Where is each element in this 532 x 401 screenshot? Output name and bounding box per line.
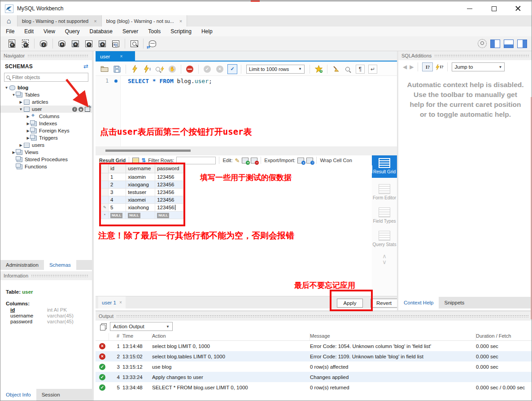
grid-row[interactable]: ✎ 5 xiaohong 123456 bbox=[101, 203, 183, 211]
tab-snippets[interactable]: Snippets bbox=[439, 297, 470, 308]
search-table-data-icon[interactable] bbox=[127, 38, 141, 49]
limit-rows-dropdown[interactable]: Limit to 1000 rows ▼ bbox=[246, 65, 305, 74]
tree-item-articles[interactable]: ▶articles bbox=[0, 98, 92, 106]
tab-context-help[interactable]: Context Help bbox=[398, 297, 439, 308]
menu-server[interactable]: Server bbox=[122, 28, 138, 35]
tree-item-triggers[interactable]: ▶Triggers bbox=[0, 134, 92, 141]
schema-filter-input[interactable] bbox=[12, 75, 86, 80]
tree-item-foreign-keys[interactable]: ▶Foreign Keys bbox=[0, 127, 92, 134]
tree-item-blog[interactable]: ▼blog bbox=[0, 84, 92, 91]
notifications-icon[interactable] bbox=[478, 39, 487, 48]
connection-tab-blog[interactable]: blog - Warning - not supported × bbox=[17, 15, 102, 26]
commit-icon[interactable]: ✓ bbox=[202, 64, 213, 75]
tree-item-user[interactable]: ▼user i ⚹ bbox=[0, 106, 92, 113]
tab-schemas[interactable]: Schemas bbox=[44, 260, 76, 270]
create-view-icon[interactable] bbox=[82, 38, 96, 49]
schema-filter[interactable] bbox=[4, 73, 88, 82]
connection-tab-blog-blog[interactable]: blog (blog) - Warning - not su... × bbox=[102, 15, 188, 26]
export-recordset-icon[interactable]: ▪ bbox=[297, 158, 304, 163]
output-row[interactable]: ✓ 5 13:34:48 SELECT * FROM blog.user LIM… bbox=[96, 382, 532, 392]
jump-to-dropdown[interactable]: Jump to ▼ bbox=[452, 62, 505, 71]
inspector-icon[interactable] bbox=[37, 38, 50, 49]
create-table-icon[interactable] bbox=[69, 38, 82, 49]
beautify-icon[interactable] bbox=[331, 64, 341, 75]
grid-row[interactable]: 4 xiaomei 123456 bbox=[101, 196, 183, 203]
close-tab-icon[interactable]: × bbox=[119, 300, 122, 305]
show-invisibles-icon[interactable]: ¶ bbox=[356, 65, 365, 74]
menu-edit[interactable]: Edit bbox=[24, 28, 34, 35]
output-type-dropdown[interactable]: Action Output ▼ bbox=[110, 322, 173, 331]
edit-pencil-icon[interactable]: ✎ bbox=[235, 157, 240, 164]
execute-icon[interactable] bbox=[129, 64, 140, 75]
copy-output-icon[interactable] bbox=[100, 323, 106, 330]
panel-form-editor[interactable]: Form Editor bbox=[372, 182, 397, 200]
info-icon[interactable]: i bbox=[72, 107, 77, 112]
output-row[interactable]: ✓ 4 13:33:24 Apply changes to user Chang… bbox=[96, 372, 532, 382]
tree-item-stored-procedures[interactable]: Stored Procedures bbox=[0, 156, 92, 163]
create-procedure-icon[interactable] bbox=[96, 38, 109, 49]
menu-file[interactable]: File bbox=[6, 28, 14, 35]
explain-icon[interactable] bbox=[154, 64, 165, 75]
tree-item-views[interactable]: ▶Views bbox=[0, 149, 92, 156]
output-row[interactable]: ✓ 3 13:15:12 use blog 0 row(s) affected … bbox=[96, 361, 532, 372]
grid-row[interactable]: 3 testuser 123456 bbox=[101, 188, 183, 196]
close-tab-icon[interactable]: × bbox=[120, 54, 122, 59]
menu-tools[interactable]: Tools bbox=[148, 28, 161, 35]
forward-icon[interactable]: ▶ bbox=[410, 64, 414, 70]
close-tab-icon[interactable]: × bbox=[94, 18, 96, 24]
toggle-automatic-help-icon[interactable]: I? bbox=[436, 62, 443, 72]
panel-result-grid[interactable]: Result Grid bbox=[372, 155, 397, 178]
refresh-schemas-icon[interactable]: ⇄ bbox=[83, 63, 88, 70]
toggle-stop-on-error-icon[interactable] bbox=[184, 64, 195, 75]
save-icon[interactable] bbox=[112, 64, 122, 75]
rollback-icon[interactable]: × bbox=[214, 64, 225, 75]
tree-item-functions[interactable]: Functions bbox=[0, 163, 92, 170]
tab-session[interactable]: Session bbox=[36, 389, 65, 401]
delete-row-icon[interactable]: − bbox=[251, 158, 257, 163]
tree-item-columns[interactable]: ▶Columns bbox=[0, 113, 92, 120]
toggle-wrap-icon[interactable]: ↵ bbox=[368, 65, 377, 74]
result-tab-user1[interactable]: user 1 × bbox=[98, 296, 126, 308]
save-snippet-icon[interactable]: + bbox=[313, 64, 324, 75]
create-schema-icon[interactable] bbox=[55, 38, 69, 49]
stop-icon[interactable]: ✋ bbox=[167, 64, 178, 75]
toggle-autocommit-icon[interactable]: ✓ bbox=[227, 64, 238, 75]
tab-object-info[interactable]: Object Info bbox=[0, 389, 36, 401]
execute-current-statement-icon[interactable]: I bbox=[142, 64, 153, 75]
menu-query[interactable]: Query bbox=[65, 28, 80, 35]
reconnect-dbms-icon[interactable]: ⇄ bbox=[146, 38, 159, 49]
toggle-left-panel-icon[interactable] bbox=[490, 40, 500, 48]
maximize-button[interactable] bbox=[488, 4, 500, 13]
output-row[interactable]: × 2 13:15:02 select blog.tables LIMIT 0,… bbox=[96, 351, 532, 361]
grid-row[interactable]: 1 xiaomin 123456 bbox=[101, 173, 183, 181]
close-button[interactable] bbox=[512, 4, 524, 13]
grid-new-row[interactable]: * NULL NULL NULL bbox=[101, 211, 183, 219]
menu-database[interactable]: Database bbox=[90, 28, 113, 35]
table-data-icon[interactable] bbox=[85, 107, 90, 112]
find-icon[interactable] bbox=[343, 64, 354, 75]
col-header-id[interactable]: id bbox=[109, 164, 126, 173]
panel-field-types[interactable]: Field Types bbox=[372, 206, 397, 224]
toggle-bottom-panel-icon[interactable] bbox=[504, 40, 514, 48]
toggle-right-panel-icon[interactable] bbox=[517, 40, 527, 48]
tree-item-tables[interactable]: ▼Tables bbox=[0, 91, 92, 98]
col-header-username[interactable]: username bbox=[126, 164, 155, 173]
create-function-icon[interactable] bbox=[109, 38, 122, 49]
import-records-icon[interactable]: ↑ bbox=[306, 158, 313, 163]
close-tab-icon[interactable]: × bbox=[179, 18, 182, 24]
panel-query-stats[interactable]: Query Stats bbox=[372, 229, 397, 247]
scrollbar-thumb[interactable] bbox=[105, 150, 191, 152]
revert-button[interactable]: Revert bbox=[371, 299, 397, 308]
grid-row[interactable]: 2 xiaogang 123456 bbox=[101, 181, 183, 188]
menu-view[interactable]: View bbox=[44, 28, 55, 35]
open-file-icon[interactable] bbox=[99, 64, 110, 75]
open-sql-script-icon[interactable] bbox=[18, 38, 32, 49]
insert-row-icon[interactable]: + bbox=[242, 158, 249, 163]
sql-code-editor[interactable]: 1 SELECT * FROM blog.user; 点击user表后面第三个按… bbox=[96, 76, 397, 146]
editor-tab-user[interactable]: user × bbox=[96, 51, 135, 62]
tab-administration[interactable]: Administration bbox=[0, 260, 44, 270]
col-header-password[interactable]: password bbox=[155, 164, 183, 173]
minimize-button[interactable] bbox=[463, 4, 476, 13]
tree-item-users[interactable]: ▶users bbox=[0, 141, 92, 149]
scroll-down-icon[interactable]: ∨ bbox=[372, 259, 397, 265]
